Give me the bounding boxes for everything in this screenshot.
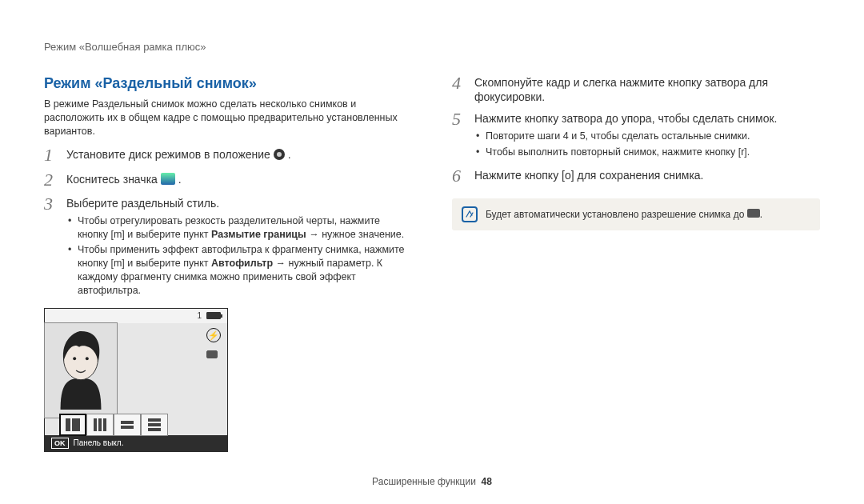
right-column: 4 Скомпонуйте кадр и слегка нажмите кноп… [452, 74, 820, 453]
note-text-pre: Будет автоматически установлено разрешен… [486, 209, 747, 220]
page-number: 48 [482, 476, 492, 487]
sub-text: Чтобы выполнить повторный снимок, нажмит… [486, 146, 741, 158]
step-body: Нажмите кнопку [o] для сохранения снимка… [474, 166, 820, 186]
page-footer: Расширенные функции 48 [0, 475, 864, 488]
layout-tile-3h [141, 414, 168, 436]
step-body: Скомпонуйте кадр и слегка нажмите кнопку… [474, 74, 820, 106]
sub-text: ]. [744, 146, 750, 158]
step-body: Нажмите кнопку затвора до упора, чтобы с… [474, 110, 820, 162]
resolution-icon [206, 350, 218, 358]
button-m-icon: m [114, 258, 122, 269]
sub-item: Чтобы отрегулировать резкость разделител… [66, 214, 412, 242]
sub-item: Чтобы применить эффект автофильтра к фра… [66, 243, 412, 298]
camera-preview-illustration: 1 [44, 308, 228, 452]
footer-section: Расширенные функции [372, 476, 476, 487]
flash-icon: ⚡ [206, 328, 221, 342]
mode-dial-icon [274, 149, 285, 160]
svg-point-3 [86, 357, 89, 360]
step-text: Нажмите кнопку затвора до упора, чтобы с… [474, 112, 777, 125]
layout-tile-3v [86, 414, 114, 436]
step-text: Коснитесь значка [66, 173, 161, 186]
step-1: 1 Установите диск режимов в положение . [44, 146, 412, 165]
left-column: Режим «Раздельный снимок» В режиме Разде… [44, 74, 412, 453]
bold-term: Автофильтр [211, 258, 273, 269]
preview-main: ⚡ [45, 323, 227, 435]
step-text-after: . [288, 148, 291, 161]
note-text-post: . [760, 209, 762, 220]
step-text: Установите диск режимов в положение [66, 148, 274, 161]
step-body: Установите диск режимов в положение . [66, 146, 412, 165]
step-number: 1 [44, 146, 58, 165]
layout-tile-1-2 [59, 414, 86, 436]
step-text: ] для сохранения снимка. [571, 169, 704, 182]
battery-icon [206, 312, 221, 319]
step-body: Выберите раздельный стиль. Чтобы отрегул… [66, 194, 412, 300]
step-number: 3 [44, 194, 58, 300]
resolution-badge-icon [747, 209, 760, 218]
step-5-sublist: Повторите шаги 4 и 5, чтобы сделать оста… [474, 130, 820, 159]
svg-point-2 [73, 357, 76, 360]
preview-side-icons: ⚡ [206, 328, 221, 358]
step-6: 6 Нажмите кнопку [o] для сохранения сним… [452, 166, 820, 186]
step-number: 4 [452, 74, 466, 106]
sub-text: ] и выберите пункт [122, 229, 211, 240]
split-shot-icon [161, 173, 175, 185]
portrait-thumbnail [44, 322, 118, 418]
step-3-sublist: Чтобы отрегулировать резкость разделител… [66, 214, 412, 298]
shot-counter: 1 [197, 310, 202, 322]
sub-text: → нужное значение. [306, 229, 404, 240]
step-text-after: . [178, 173, 182, 186]
step-text: Нажмите кнопку [ [474, 169, 565, 182]
step-3: 3 Выберите раздельный стиль. Чтобы отрег… [44, 194, 412, 300]
intro-text: В режиме Раздельный снимок можно сделать… [44, 98, 412, 138]
preview-status-bar: 1 [45, 309, 227, 323]
bold-term: Размытие границы [211, 229, 306, 240]
sub-item: Повторите шаги 4 и 5, чтобы сделать оста… [474, 130, 820, 143]
sub-item: Чтобы выполнить повторный снимок, нажмит… [474, 146, 820, 159]
button-m-icon: m [114, 229, 122, 240]
note-box: Будет автоматически установлено разрешен… [452, 198, 820, 230]
step-5: 5 Нажмите кнопку затвора до упора, чтобы… [452, 110, 820, 162]
layout-style-strip [59, 414, 168, 436]
section-title: Режим «Раздельный снимок» [44, 74, 412, 93]
layout-tile-2h [114, 414, 141, 436]
sub-text: ] и выберите пункт [122, 258, 211, 269]
right-step-list: 4 Скомпонуйте кадр и слегка нажмите кноп… [452, 74, 820, 186]
step-4: 4 Скомпонуйте кадр и слегка нажмите кноп… [452, 74, 820, 106]
step-body: Коснитесь значка . [66, 170, 412, 190]
step-number: 5 [452, 110, 466, 162]
step-number: 6 [452, 166, 466, 186]
info-icon [462, 206, 478, 222]
preview-footer: OK Панель выкл. [45, 435, 227, 451]
step-number: 2 [44, 170, 58, 190]
step-2: 2 Коснитесь значка . [44, 170, 412, 190]
step-text: Выберите раздельный стиль. [66, 197, 219, 210]
preview-footer-text: Панель выкл. [74, 438, 124, 449]
ok-badge: OK [51, 438, 69, 449]
left-step-list: 1 Установите диск режимов в положение . … [44, 146, 412, 300]
note-text: Будет автоматически установлено разрешен… [486, 208, 762, 221]
button-o-icon: o [565, 169, 571, 182]
running-head: Режим «Волшебная рамка плюс» [44, 40, 820, 54]
